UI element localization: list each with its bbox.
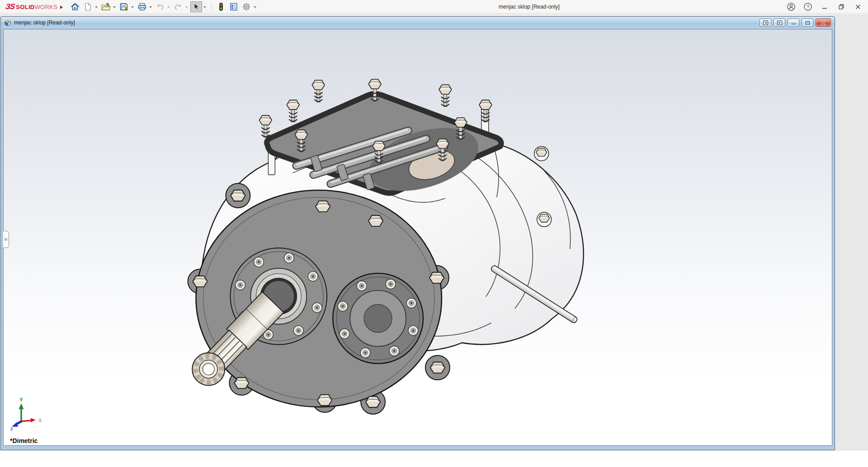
orientation-triad: Y X Z — [10, 397, 42, 431]
quick-access-toolbar — [69, 0, 258, 14]
redo-icon — [174, 2, 183, 11]
gearbox-3d-model: Y X Z *Dimetric — [4, 29, 832, 445]
active-document-title: menjac sklop [Read-only] — [499, 0, 560, 14]
redo-button[interactable] — [172, 1, 184, 12]
document-close-button[interactable] — [816, 19, 831, 27]
collapse-right-pane-icon — [777, 20, 783, 25]
document-window: menjac sklop [Read-only] — [0, 16, 835, 450]
ds-logo-mark: ЗS — [5, 2, 15, 11]
feature-manager-splitter-handle[interactable] — [3, 231, 9, 248]
document-minimize-icon — [791, 20, 797, 25]
collapse-left-pane-button[interactable] — [760, 19, 771, 27]
file-properties-icon — [229, 2, 238, 11]
open-dropdown-arrow[interactable] — [113, 6, 116, 10]
collapse-right-pane-button[interactable] — [774, 19, 785, 27]
undo-button[interactable] — [154, 1, 166, 12]
output-cover — [333, 273, 423, 364]
collapse-left-pane-icon — [763, 20, 769, 25]
rebuild-traffic-light-icon — [217, 2, 226, 11]
open-button[interactable] — [100, 1, 112, 12]
rebuild-button[interactable] — [215, 1, 227, 12]
graphics-viewport[interactable]: Y X Z *Dimetric — [3, 29, 832, 446]
solidworks-logo: ЗS SOLIDWORKS — [0, 2, 69, 11]
options-button[interactable] — [241, 1, 252, 12]
save-dropdown-arrow[interactable] — [131, 6, 134, 10]
toolbar-separator — [211, 2, 212, 11]
solidworks-window: ЗS SOLIDWORKS — [0, 0, 868, 467]
new-document-button[interactable] — [82, 1, 94, 12]
restore-icon — [838, 3, 845, 10]
triad-z-label: Z — [10, 427, 13, 431]
document-titlebar[interactable]: menjac sklop [Read-only] — [1, 17, 835, 29]
undo-icon — [156, 2, 165, 11]
undo-dropdown-arrow[interactable] — [167, 6, 170, 10]
document-window-controls — [760, 19, 831, 27]
print-icon — [137, 2, 147, 11]
document-close-icon — [820, 20, 826, 25]
rear-bolt — [534, 146, 549, 161]
print-dropdown-arrow[interactable] — [149, 6, 152, 10]
new-document-icon — [83, 2, 92, 11]
window-controls: ? — [787, 0, 863, 14]
home-icon — [71, 2, 80, 11]
new-dropdown-arrow[interactable] — [95, 6, 98, 10]
account-button[interactable] — [787, 2, 796, 11]
brand-name: SOLIDWORKS — [16, 4, 57, 10]
minimize-icon — [821, 3, 828, 10]
open-folder-icon — [101, 2, 111, 11]
save-button[interactable] — [118, 1, 130, 12]
file-properties-button[interactable] — [228, 1, 240, 12]
document-restore-icon — [805, 20, 811, 25]
account-icon — [787, 2, 796, 11]
splitter-grip-dot — [5, 238, 7, 241]
save-icon — [119, 2, 128, 11]
select-button[interactable] — [190, 1, 202, 12]
assembly-document-icon — [4, 19, 11, 26]
svg-text:?: ? — [807, 4, 809, 10]
close-button[interactable] — [854, 2, 863, 11]
close-icon — [854, 3, 862, 10]
restore-button[interactable] — [837, 2, 846, 11]
options-gear-icon — [242, 2, 251, 11]
menu-flyout-arrow-icon[interactable] — [60, 5, 65, 9]
document-restore-button[interactable] — [802, 19, 813, 27]
mdi-workspace: menjac sklop [Read-only] — [0, 14, 868, 451]
options-dropdown-arrow[interactable] — [254, 6, 256, 10]
print-button[interactable] — [136, 1, 148, 12]
select-cursor-icon — [192, 2, 201, 11]
help-icon: ? — [803, 2, 812, 11]
triad-y-label: Y — [19, 397, 23, 402]
home-button[interactable] — [69, 1, 81, 12]
triad-x-label: X — [38, 418, 42, 423]
main-titlebar: ЗS SOLIDWORKS — [0, 0, 868, 14]
view-orientation-label: *Dimetric — [10, 437, 38, 444]
minimize-button[interactable] — [820, 2, 829, 11]
select-dropdown-arrow[interactable] — [203, 6, 206, 10]
help-button[interactable]: ? — [803, 2, 812, 11]
document-title: menjac sklop [Read-only] — [14, 19, 75, 26]
rear-bolt — [537, 212, 552, 227]
redo-dropdown-arrow[interactable] — [185, 6, 188, 10]
document-minimize-button[interactable] — [788, 19, 799, 27]
